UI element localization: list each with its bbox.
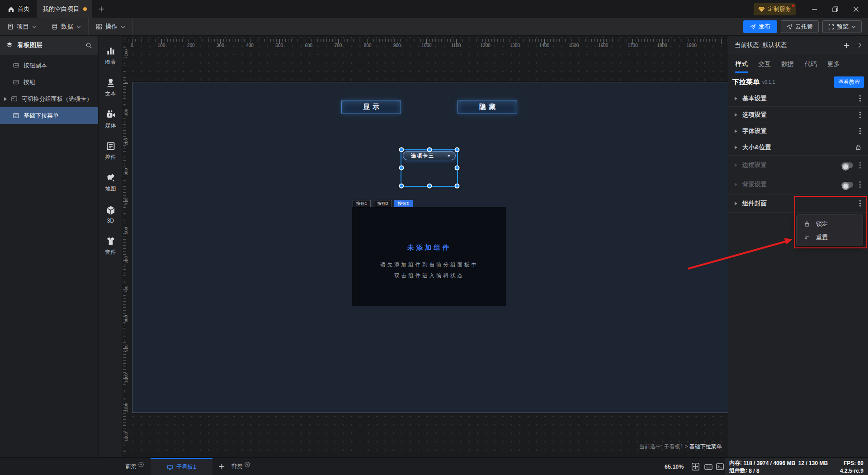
group-tab-button2[interactable]: 按钮2 (374, 200, 392, 207)
layers-panel: 看板图层 按钮副本 按钮 可切换分组面板（选项卡） 基础下拉菜单 (0, 36, 99, 457)
project-tab[interactable]: 我的空白项目 (37, 0, 92, 18)
menu-project[interactable]: 项目 (0, 18, 44, 35)
rail-label: 图表 (105, 58, 116, 66)
resize-handle-s[interactable] (427, 184, 432, 189)
layers-icon (6, 42, 13, 49)
kebab-menu-icon[interactable] (859, 130, 861, 132)
kebab-menu-icon[interactable] (859, 164, 861, 166)
subboard-tab[interactable]: 子看板1 (151, 458, 212, 475)
tab-panel-icon (11, 95, 18, 102)
rail-item-3d[interactable]: 3D (99, 199, 123, 230)
tab-data[interactable]: 数据 (781, 55, 794, 73)
group-panel-empty[interactable]: 未添加组件 请先添加组件到当前分组面板中 双击组件进入编辑状态 (352, 207, 506, 306)
rail-item-text[interactable]: 文本 (99, 72, 123, 104)
resize-handle-nw[interactable] (399, 147, 404, 152)
ruler-label: 800 (364, 43, 372, 48)
ruler-horizontal: 0100200300400500600700800900100011001200… (123, 39, 728, 49)
empty-state-line2: 双击组件进入编辑状态 (352, 272, 506, 279)
canvas[interactable]: 0100200300400500600700800900100011001200… (123, 36, 728, 457)
menu-item-reset[interactable]: 重置 (797, 231, 863, 244)
section-background-settings[interactable]: 背景设置 (728, 175, 868, 195)
restore-button[interactable] (825, 0, 845, 18)
menu-item-label: 锁定 (816, 220, 828, 228)
add-board-button[interactable] (216, 458, 227, 475)
kebab-menu-icon[interactable] (859, 203, 861, 204)
rail-item-charts[interactable]: 图表 (99, 40, 123, 72)
layer-item-label: 可切换分组面板（选项卡） (22, 95, 92, 103)
group-tab-button3[interactable]: 按钮3 (394, 200, 413, 208)
section-option-settings[interactable]: 选项设置 (728, 107, 868, 123)
foreground-group[interactable]: 前景 (125, 458, 144, 475)
resize-handle-se[interactable] (455, 184, 460, 189)
show-button-component[interactable]: 显示 (341, 100, 401, 114)
keyboard-shortcuts-icon[interactable] (703, 462, 713, 471)
dropdown-component[interactable]: 选项卡三 (403, 151, 456, 160)
chevron-right-icon[interactable] (858, 43, 862, 48)
rail-item-kit[interactable]: 套件 (99, 230, 123, 262)
section-label: 基本设置 (742, 95, 767, 103)
components-value: 8 / 8 (749, 468, 759, 474)
tutorial-button[interactable]: 查看教程 (834, 76, 864, 88)
custom-service-badge[interactable]: 定制服务 (754, 3, 796, 15)
section-font-settings[interactable]: 字体设置 (728, 123, 868, 139)
menu-data[interactable]: 数据 (44, 18, 89, 35)
home-button[interactable]: 首页 (0, 0, 37, 18)
layer-item-dropdown[interactable]: 基础下拉菜单 (0, 107, 98, 124)
fit-view-icon[interactable] (691, 462, 700, 471)
menu-actions[interactable]: 操作 (89, 18, 133, 35)
tab-style[interactable]: 样式 (735, 55, 748, 73)
section-component-cover[interactable]: 组件封面 (728, 195, 868, 213)
lock-icon[interactable] (855, 144, 862, 151)
minimize-button[interactable] (804, 0, 825, 18)
tab-more[interactable]: 更多 (827, 55, 840, 73)
section-size-position[interactable]: 大小&位置 (728, 139, 868, 156)
resize-handle-e[interactable] (455, 166, 460, 171)
ruler-label: 900 (123, 342, 128, 355)
database-icon (52, 24, 58, 30)
ruler-label: 800 (123, 313, 128, 325)
layer-item-tab-panel[interactable]: 可切换分组面板（选项卡） (0, 90, 98, 107)
group-tab-button1[interactable]: 按钮1 (353, 200, 371, 207)
section-border-settings[interactable]: 边框设置 (728, 156, 868, 175)
kebab-menu-icon[interactable] (859, 114, 861, 116)
kebab-menu-icon[interactable] (859, 184, 861, 185)
background-toggle-off[interactable] (841, 182, 853, 188)
tab-code[interactable]: 代码 (804, 55, 817, 73)
resize-handle-n[interactable] (427, 147, 432, 152)
circle-plus-icon[interactable] (138, 461, 144, 468)
tab-interaction[interactable]: 交互 (758, 55, 771, 73)
preview-button[interactable]: 预览 (822, 20, 862, 33)
kebab-menu-icon[interactable] (859, 98, 861, 100)
publish-button[interactable]: 发布 (743, 20, 777, 33)
layer-item-button[interactable]: 按钮 (0, 74, 98, 90)
ruler-label: 100 (158, 43, 165, 48)
border-toggle-off[interactable] (841, 162, 853, 168)
section-basic-settings[interactable]: 基本设置 (728, 90, 868, 107)
performance-status: 内存: 118 / 3974 / 4096 MB 12 / 130 MB FPS… (725, 458, 868, 475)
search-icon[interactable] (85, 42, 92, 49)
resize-handle-ne[interactable] (455, 147, 460, 152)
rail-item-map[interactable]: 地图 (99, 167, 123, 199)
layer-item-button-copy[interactable]: 按钮副本 (0, 57, 98, 74)
circle-plus-icon[interactable] (244, 461, 250, 468)
console-icon[interactable] (715, 462, 725, 471)
background-group[interactable]: 背景 (231, 458, 250, 475)
hide-button-component[interactable]: 隐藏 (458, 100, 517, 114)
ruler-label: 1400 (539, 43, 549, 48)
resize-handle-w[interactable] (399, 166, 404, 171)
ruler-label: 1200 (123, 430, 128, 443)
resize-handle-sw[interactable] (399, 184, 404, 189)
notification-dot (792, 5, 794, 7)
cloud-host-button[interactable]: 云托管 (781, 20, 819, 33)
rail-item-media[interactable]: 媒体 (99, 104, 123, 135)
ruler-label: 300 (217, 43, 224, 48)
menu-item-lock[interactable]: 锁定 (797, 217, 863, 231)
tab-label: 交互 (758, 60, 771, 68)
close-button[interactable] (845, 0, 866, 18)
ruler-label: 1700 (627, 43, 637, 48)
new-tab-button[interactable] (92, 0, 110, 18)
zoom-level[interactable]: 65.10% (665, 458, 684, 475)
add-state-button[interactable] (843, 42, 850, 49)
selection-box[interactable]: 选项卡三 (401, 149, 458, 187)
rail-item-controls[interactable]: 控件 (99, 135, 123, 167)
